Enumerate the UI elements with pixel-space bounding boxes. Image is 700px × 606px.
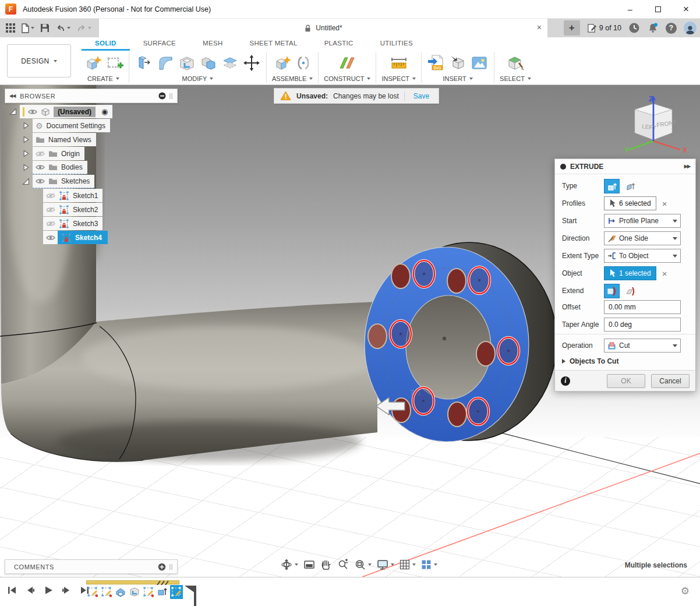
new-component-icon[interactable] xyxy=(273,54,291,72)
grid-snap-button[interactable] xyxy=(398,558,418,572)
tab-mesh[interactable]: MESH xyxy=(189,37,236,51)
view-cube[interactable]: LEFT FRONT Z Y X xyxy=(623,94,693,156)
create-sketch-icon[interactable] xyxy=(105,54,123,72)
tab-solid[interactable]: SOLID xyxy=(82,37,130,51)
visibility-off-icon[interactable] xyxy=(46,207,55,213)
fillet-icon[interactable] xyxy=(156,54,175,72)
timeline-feature-shell[interactable] xyxy=(128,585,141,599)
visibility-eye-icon[interactable] xyxy=(36,178,45,184)
extend-faces-button[interactable] xyxy=(604,284,620,298)
objects-to-cut-expander[interactable]: Objects To Cut xyxy=(562,357,618,365)
direction-dropdown[interactable]: One Side xyxy=(604,231,681,245)
fit-button[interactable] xyxy=(352,557,373,572)
insert-svg-icon[interactable]: SVG xyxy=(427,54,446,72)
viewport[interactable]: 7.5 xyxy=(0,85,700,577)
file-menu-button[interactable] xyxy=(19,20,37,36)
shell-icon[interactable] xyxy=(178,54,196,72)
document-tab[interactable]: Untitled* × xyxy=(99,19,547,37)
type-extrude-button[interactable] xyxy=(604,179,620,193)
expander-closed-icon[interactable] xyxy=(22,164,30,171)
cancel-button[interactable]: Cancel xyxy=(651,374,690,388)
extrude-dialog-header[interactable]: EXTRUDE ▶▶ xyxy=(555,159,695,174)
info-icon[interactable]: i xyxy=(561,376,570,386)
insert-mesh-icon[interactable] xyxy=(448,54,467,72)
visibility-eye-icon[interactable] xyxy=(46,235,55,241)
modify-menu[interactable]: MODIFY xyxy=(182,75,214,82)
comments-panel-header[interactable]: COMMENTS || xyxy=(5,559,178,574)
create-menu[interactable]: CREATE xyxy=(87,75,119,82)
canvas-icon[interactable] xyxy=(470,54,489,72)
browser-row-sketch4[interactable]: Sketch4 xyxy=(43,231,108,244)
dialog-expand-icon[interactable]: ▶▶ xyxy=(684,164,690,169)
browser-row-bodies[interactable]: Bodies xyxy=(22,161,87,174)
help-icon[interactable]: ? xyxy=(666,23,677,34)
visibility-eye-icon[interactable] xyxy=(36,164,45,170)
timeline-feature-extrude[interactable] xyxy=(114,585,127,599)
timeline-feature-sketch[interactable] xyxy=(86,585,99,599)
timeline-feature-extrude[interactable] xyxy=(156,585,169,599)
add-comment-icon[interactable] xyxy=(158,563,166,571)
browser-row-named-views[interactable]: Named Views xyxy=(22,133,96,146)
browser-row-sketch1[interactable]: Sketch1 xyxy=(43,189,102,202)
object-select-button[interactable]: 1 selected xyxy=(604,266,656,280)
orbit-button[interactable] xyxy=(279,557,300,572)
offset-face-icon[interactable] xyxy=(221,54,239,72)
play-button[interactable] xyxy=(43,585,54,596)
inspect-menu[interactable]: INSPECT xyxy=(381,75,416,82)
object-clear-icon[interactable]: × xyxy=(662,269,667,279)
look-at-button[interactable] xyxy=(302,558,317,572)
timeline-feature-sketch[interactable] xyxy=(100,585,113,599)
tab-plastic[interactable]: PLASTIC xyxy=(311,37,367,51)
notifications-bell-icon[interactable] xyxy=(647,22,659,34)
type-thin-extrude-button[interactable] xyxy=(623,179,638,193)
taper-angle-input[interactable]: 0.0 deg xyxy=(604,318,681,332)
joint-icon[interactable] xyxy=(294,54,313,72)
panel-grip[interactable]: || xyxy=(169,93,173,99)
go-to-start-button[interactable] xyxy=(7,585,17,596)
browser-row-root[interactable]: (Unsaved) ◉ xyxy=(9,105,112,118)
tab-close-icon[interactable]: × xyxy=(537,23,542,32)
timeline[interactable] xyxy=(86,580,197,606)
browser-row-sketches[interactable]: Sketches xyxy=(22,175,94,188)
app-grid-icon[interactable] xyxy=(3,20,17,36)
browser-header[interactable]: ◀◀ BROWSER || xyxy=(5,89,178,103)
close-button[interactable]: × xyxy=(672,0,700,19)
construct-menu[interactable]: CONSTRUCT xyxy=(324,75,370,82)
activate-component-radio[interactable]: ◉ xyxy=(101,107,108,116)
move-icon[interactable] xyxy=(242,54,261,72)
expander-open-icon[interactable] xyxy=(9,108,17,115)
maximize-button[interactable] xyxy=(644,0,672,19)
tab-sheet-metal[interactable]: SHEET METAL xyxy=(236,37,311,51)
browser-row-origin[interactable]: Origin xyxy=(22,147,84,160)
timeline-position-marker[interactable] xyxy=(184,585,197,606)
start-dropdown[interactable]: Profile Plane xyxy=(604,214,681,228)
settings-gear-icon[interactable]: ⚙ xyxy=(681,585,690,597)
undo-button[interactable] xyxy=(53,20,73,36)
root-document-label[interactable]: (Unsaved) xyxy=(54,107,96,117)
tab-utilities[interactable]: UTILITIES xyxy=(367,37,426,51)
timeline-scrub-bar[interactable] xyxy=(86,580,179,584)
combine-icon[interactable] xyxy=(199,54,218,72)
new-solid-icon[interactable] xyxy=(83,54,102,72)
save-link[interactable]: Save xyxy=(410,92,433,100)
minimize-button[interactable]: – xyxy=(616,0,644,19)
visibility-eye-icon[interactable] xyxy=(28,109,37,115)
expander-closed-icon[interactable] xyxy=(22,150,30,157)
extent-type-dropdown[interactable]: To Object xyxy=(604,249,681,263)
user-avatar[interactable] xyxy=(684,22,697,34)
panel-grip[interactable]: || xyxy=(169,563,173,570)
new-tab-button[interactable]: + xyxy=(564,20,580,36)
flange-body[interactable]: 7.5 xyxy=(365,242,557,442)
browser-row-sketch2[interactable]: Sketch2 xyxy=(43,203,102,216)
browser-row-document-settings[interactable]: ⚙ Document Settings xyxy=(22,119,110,132)
design-workspace-selector[interactable]: DESIGN xyxy=(7,44,71,77)
timeline-feature-sketch-selected[interactable] xyxy=(170,585,183,599)
operation-dropdown[interactable]: Cut xyxy=(604,339,681,353)
display-settings-button[interactable] xyxy=(375,558,396,572)
visibility-off-icon[interactable] xyxy=(46,193,55,199)
visibility-off-icon[interactable] xyxy=(36,151,45,157)
profiles-select-button[interactable]: 6 selected xyxy=(604,196,656,210)
insert-menu[interactable]: INSERT xyxy=(443,75,472,82)
job-status-clock-icon[interactable] xyxy=(628,22,640,34)
pan-button[interactable] xyxy=(319,557,334,572)
